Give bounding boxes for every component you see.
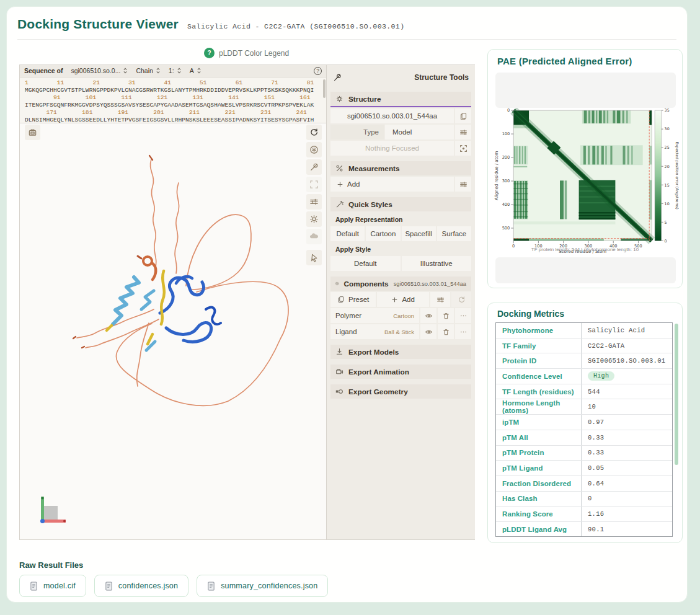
table-row: Ranking Score1.16	[496, 507, 672, 522]
structure-name[interactable]: sgi006510.so.003.01_544aa	[330, 108, 454, 123]
copy-structure-button[interactable]	[455, 108, 471, 123]
component-more-button[interactable]	[455, 324, 471, 339]
sequence-row[interactable]: DLNSIMHGEQLYNLSGSSEEDLLYHTETPVGSFEIGSGSV…	[25, 117, 326, 123]
metric-label: Ranking Score	[496, 507, 582, 521]
file-button-confidences-json[interactable]: confidences.json	[94, 575, 188, 597]
measurements-section-header[interactable]: Measurements	[330, 161, 471, 175]
structure-section-header[interactable]: Structure	[330, 92, 471, 106]
controls-toggle-button[interactable]	[306, 159, 322, 175]
sequence-row[interactable]: ITENGPFSGQNFRKMGGVDPSYQSSSGSAVSYSESCAPYG…	[25, 102, 326, 109]
svg-text:10: 10	[665, 201, 670, 206]
structure-select[interactable]: sgi006510.so.0...	[71, 67, 128, 74]
export-models-section[interactable]: Export Models	[330, 345, 471, 359]
apply-style-label: Apply Style	[330, 243, 471, 255]
cube-icon	[335, 280, 339, 288]
history-button[interactable]	[451, 292, 471, 307]
component-options-button[interactable]	[430, 292, 450, 307]
bookmark-icon	[337, 296, 345, 303]
pae-panel: PAE (Predicted Aligned Error)	[487, 49, 683, 288]
3d-viewport[interactable]	[20, 123, 326, 539]
sequence-help-icon[interactable]: ?	[314, 67, 322, 75]
range-select[interactable]: 1:	[169, 67, 182, 74]
type-options-button[interactable]	[455, 125, 471, 139]
fullscreen-button[interactable]	[306, 177, 322, 192]
sequence-row[interactable]: MGKQGPCHHCGVTSTPLWRNGPPDKPVLCNACGSRWRTKG…	[25, 87, 326, 94]
type-value[interactable]: Model	[385, 125, 454, 139]
delete-component-button[interactable]	[438, 308, 454, 323]
metric-label: Protein ID	[496, 353, 582, 368]
occlusion-button[interactable]	[306, 229, 322, 244]
document-icon	[105, 582, 113, 591]
measurement-options-button[interactable]	[455, 177, 471, 192]
sequence-scrollbar[interactable]	[323, 79, 326, 98]
sliders-icon	[459, 180, 467, 188]
movie-camera-icon	[335, 368, 343, 376]
history-icon	[458, 296, 466, 304]
representation-name: Ball & Stick	[384, 329, 419, 335]
style-illustrative-button[interactable]: Illustrative	[402, 256, 472, 271]
metric-value: SGI006510.SO.003.01	[582, 353, 672, 368]
chain-select[interactable]: Chain	[136, 67, 160, 74]
pae-title: PAE (Predicted Aligned Error)	[497, 56, 632, 66]
plddt-color-legend-button[interactable]: ? pLDDT Color Legend	[204, 48, 289, 58]
component-more-button[interactable]	[455, 308, 471, 323]
residue-select[interactable]: A	[190, 67, 202, 74]
structure-tools-header[interactable]: Structure Tools	[330, 69, 471, 86]
sequence-viewer[interactable]: 1 11 21 31 41 51 61 71 81 MGKQGPCHHCGVTS…	[20, 77, 326, 123]
protein-structure-canvas[interactable]	[20, 123, 326, 539]
viewer-left-pane: Sequence of sgi006510.so.0... Chain 1: A	[20, 65, 326, 539]
component-row-ligand[interactable]: Ligand Ball & Stick	[330, 324, 419, 339]
style-default-button[interactable]: Default	[330, 256, 401, 271]
download-icon	[335, 348, 343, 356]
table-row: pTM All0.33	[496, 430, 672, 446]
main-card: Docking Structure Viewer Salicylic Acid …	[6, 6, 688, 603]
viewport-toolbar	[306, 125, 322, 265]
refresh-icon	[309, 128, 319, 137]
metric-value: 0.33	[582, 446, 672, 461]
metric-label: TF Family	[496, 338, 582, 353]
export-animation-section[interactable]: Export Animation	[330, 365, 471, 379]
quick-styles-section-header[interactable]: Quick Styles	[330, 197, 471, 211]
preset-button[interactable]: Preset	[330, 292, 376, 307]
visibility-toggle[interactable]	[420, 308, 436, 323]
plus-icon	[337, 181, 343, 188]
delete-component-button[interactable]	[438, 324, 454, 339]
metric-value: 0	[582, 492, 672, 507]
viewport-settings-button[interactable]	[306, 194, 322, 210]
metric-label: Hormone Length (atoms)	[496, 399, 582, 414]
file-button-summary-confidences-json[interactable]: summary_confidences.json	[197, 575, 328, 597]
table-row: ipTM0.97	[496, 415, 672, 430]
screenshot-button[interactable]	[25, 125, 40, 140]
representation-cartoon-button[interactable]: Cartoon	[366, 226, 400, 241]
copy-icon	[459, 112, 467, 120]
reset-camera-button[interactable]	[306, 125, 322, 140]
autofocus-button[interactable]	[306, 142, 322, 157]
representation-surface-button[interactable]: Surface	[437, 226, 471, 241]
pae-colorbar	[655, 110, 662, 241]
document-icon	[30, 582, 38, 591]
table-row: pTM Protein0.33	[496, 446, 672, 461]
metric-label: pTM Ligand	[496, 461, 582, 476]
ellipsis-icon	[459, 312, 467, 320]
updown-icon	[197, 68, 202, 74]
metrics-scrollbar[interactable]	[675, 324, 678, 465]
file-button-model-cif[interactable]: model.cif	[19, 575, 86, 597]
structure-viewer: Sequence of sgi006510.so.0... Chain 1: A	[19, 64, 475, 540]
visibility-toggle[interactable]	[420, 324, 436, 339]
export-geometry-section[interactable]: Export Geometry	[330, 384, 471, 399]
representation-spacefill-button[interactable]: Spacefill	[402, 226, 436, 241]
components-section-header[interactable]: Components sgi006510.so.003.01_544aa	[330, 277, 471, 291]
trash-icon	[442, 328, 450, 336]
selection-mode-button[interactable]	[306, 250, 322, 265]
table-row: Has Clash0	[496, 492, 672, 507]
add-component-button[interactable]: Add	[377, 292, 429, 307]
asterisk-circle-icon	[309, 145, 319, 154]
lighting-button[interactable]	[306, 211, 322, 227]
focus-button[interactable]	[455, 141, 471, 156]
representation-default-button[interactable]: Default	[330, 226, 365, 241]
axes-orientation-widget[interactable]	[37, 495, 67, 526]
apply-representation-label: Apply Representation	[330, 213, 471, 225]
help-icon[interactable]: ?	[204, 48, 215, 58]
component-row-polymer[interactable]: Polymer Cartoon	[330, 308, 419, 323]
add-measurement-button[interactable]: Add	[330, 177, 454, 192]
